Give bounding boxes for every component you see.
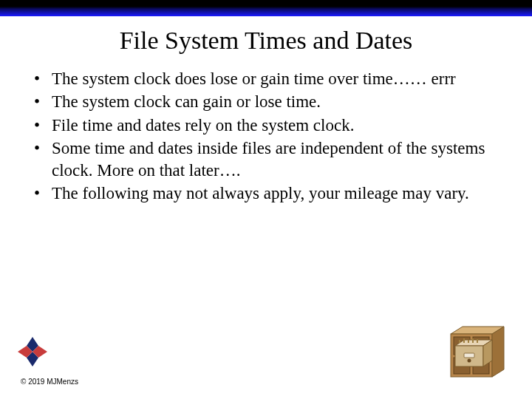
page-title: File System Times and Dates [30, 27, 502, 55]
header-bar [0, 0, 532, 16]
file-cabinet-icon [446, 324, 510, 380]
diamond-logo-icon [16, 335, 49, 368]
bullet-list: The system clock does lose or gain time … [30, 68, 495, 205]
svg-rect-19 [464, 353, 474, 358]
svg-marker-6 [492, 327, 504, 377]
copyright-text: © 2019 MJMenzs [21, 378, 78, 386]
list-item: The following may not always apply, your… [52, 183, 495, 204]
list-item: The system clock can gain or lose time. [52, 91, 495, 112]
list-item: File time and dates rely on the system c… [52, 115, 495, 136]
list-item: Some time and dates inside files are ind… [52, 137, 495, 181]
svg-point-20 [468, 359, 471, 363]
list-item: The system clock does lose or gain time … [52, 68, 495, 89]
